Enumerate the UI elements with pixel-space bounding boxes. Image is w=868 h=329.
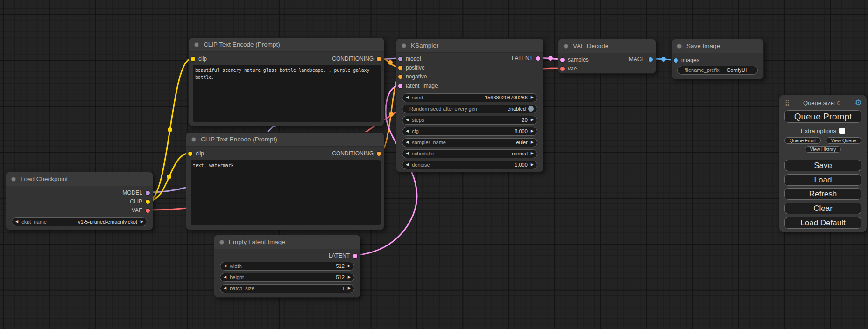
widget-batch-size[interactable]: ◀batch_size1▶ <box>220 284 354 293</box>
collapse-dot-icon[interactable] <box>564 44 568 49</box>
drag-handle-icon[interactable]: ⣿ <box>785 99 789 106</box>
extra-options-checkbox[interactable] <box>839 128 845 134</box>
collapse-dot-icon[interactable] <box>219 240 224 245</box>
widget-value: enabled <box>508 106 526 112</box>
node-titlebar-clip-text-encode-negative[interactable]: CLIP Text Encode (Prompt) <box>186 133 384 147</box>
widget-value: 8.000 <box>515 128 528 134</box>
output-slot-VAE[interactable]: VAE <box>132 207 150 214</box>
node-title: KSampler <box>411 42 438 49</box>
widget-width[interactable]: ◀width512▶ <box>220 262 354 271</box>
widget-random-seed-after-every-gen[interactable]: Random seed after every genenabled <box>402 105 537 113</box>
collapse-dot-icon[interactable] <box>11 177 16 182</box>
input-slot-model[interactable]: model <box>398 55 421 63</box>
increment-arrow-icon[interactable]: ▶ <box>531 96 534 99</box>
wire-conditioning-negative-midpoint-dot <box>389 112 394 117</box>
queue-front-button[interactable]: Queue Front <box>784 137 821 144</box>
input-slot-samples[interactable]: samples <box>560 56 589 63</box>
node-titlebar-empty-latent-image[interactable]: Empty Latent Image <box>214 235 360 249</box>
widget-filename-prefix[interactable]: filename_prefixComfyUI <box>677 66 758 75</box>
input-slot-label: vae <box>568 65 577 72</box>
input-slot-clip[interactable]: clip <box>191 55 207 63</box>
queue-prompt-button[interactable]: Queue Prompt <box>784 110 861 123</box>
save-button[interactable]: Save <box>784 160 861 171</box>
output-slot-CONDITIONING[interactable]: CONDITIONING <box>332 150 381 157</box>
node-vae-decode[interactable]: VAE DecodesamplesvaeIMAGE <box>558 39 656 74</box>
widget-seed[interactable]: ◀seed156680208700286▶ <box>402 93 537 102</box>
node-titlebar-ksampler[interactable]: KSampler <box>396 39 543 53</box>
node-titlebar-vae-decode[interactable]: VAE Decode <box>558 39 656 53</box>
decrement-arrow-icon[interactable]: ◀ <box>406 118 409 122</box>
node-ksampler[interactable]: KSamplermodelpositivenegativelatent_imag… <box>396 38 543 172</box>
node-graph-canvas[interactable]: Load CheckpointMODELCLIPVAE◀ckpt_namev1-… <box>0 0 868 329</box>
node-clip-text-encode-positive[interactable]: CLIP Text Encode (Prompt)clipCONDITIONIN… <box>189 37 384 126</box>
input-slot-positive[interactable]: positive <box>398 64 425 71</box>
widget-cfg[interactable]: ◀cfg8.000▶ <box>402 127 537 136</box>
input-slot-images[interactable]: images <box>674 56 699 64</box>
collapse-dot-icon[interactable] <box>677 44 682 49</box>
decrement-arrow-icon[interactable]: ◀ <box>224 264 226 268</box>
decrement-arrow-icon[interactable]: ◀ <box>224 287 226 290</box>
decrement-arrow-icon[interactable]: ◀ <box>406 152 409 155</box>
load-default-button[interactable]: Load Default <box>784 217 861 229</box>
widget-label: batch_size <box>230 286 254 291</box>
clear-button[interactable]: Clear <box>784 203 861 214</box>
node-save-image[interactable]: Save Imageimagesfilename_prefixComfyUI <box>671 39 764 79</box>
widget-sampler-name[interactable]: ◀sampler_nameeuler▶ <box>402 138 537 147</box>
node-title: Empty Latent Image <box>229 238 285 245</box>
node-empty-latent-image[interactable]: Empty Latent ImageLATENT◀width512▶◀heigh… <box>214 235 360 298</box>
widget-denoise[interactable]: ◀denoise1.000▶ <box>402 161 537 169</box>
view-queue-button[interactable]: View Queue <box>826 137 861 144</box>
load-button[interactable]: Load <box>784 174 861 186</box>
decrement-arrow-icon[interactable]: ◀ <box>406 129 409 133</box>
node-titlebar-load-checkpoint[interactable]: Load Checkpoint <box>6 172 153 186</box>
refresh-button[interactable]: Refresh <box>784 188 861 200</box>
increment-arrow-icon[interactable]: ▶ <box>141 220 143 224</box>
output-slot-LATENT[interactable]: LATENT <box>329 252 357 259</box>
view-history-button[interactable]: View History <box>805 146 841 153</box>
input-slot-vae[interactable]: vae <box>560 65 577 72</box>
collapse-dot-icon[interactable] <box>191 137 196 142</box>
decrement-arrow-icon[interactable]: ◀ <box>406 163 409 167</box>
collapse-dot-icon[interactable] <box>194 42 199 47</box>
input-slot-clip[interactable]: clip <box>188 150 204 157</box>
settings-gear-icon[interactable]: ⚙ <box>855 99 862 107</box>
increment-arrow-icon[interactable]: ▶ <box>531 118 534 122</box>
input-slot-negative[interactable]: negative <box>398 73 427 80</box>
input-dot-latent_image <box>398 84 402 88</box>
input-dot-clip <box>191 57 195 61</box>
increment-arrow-icon[interactable]: ▶ <box>531 129 534 133</box>
widget-label: width <box>230 263 242 269</box>
decrement-arrow-icon[interactable]: ◀ <box>406 96 409 99</box>
decrement-arrow-icon[interactable]: ◀ <box>224 275 226 279</box>
widget-scheduler[interactable]: ◀schedulernormal▶ <box>402 149 537 158</box>
output-slot-CONDITIONING[interactable]: CONDITIONING <box>332 55 381 63</box>
toggle-knob[interactable] <box>528 106 534 112</box>
widget-label: ckpt_name <box>21 219 47 224</box>
increment-arrow-icon[interactable]: ▶ <box>531 163 534 167</box>
prompt-textarea[interactable]: beautiful scenery nature glass bottle la… <box>193 65 381 122</box>
prompt-textarea[interactable]: text, watermark <box>191 160 381 225</box>
increment-arrow-icon[interactable]: ▶ <box>348 264 351 268</box>
decrement-arrow-icon[interactable]: ◀ <box>15 220 18 224</box>
output-slot-LATENT[interactable]: LATENT <box>512 55 540 62</box>
output-slot-MODEL[interactable]: MODEL <box>122 189 150 196</box>
node-load-checkpoint[interactable]: Load CheckpointMODELCLIPVAE◀ckpt_namev1-… <box>6 172 153 230</box>
increment-arrow-icon[interactable]: ▶ <box>348 275 351 279</box>
increment-arrow-icon[interactable]: ▶ <box>348 287 351 290</box>
widget-ckpt-name[interactable]: ◀ckpt_namev1-5-pruned-emaonly.ckpt▶ <box>12 217 147 226</box>
node-titlebar-save-image[interactable]: Save Image <box>672 39 763 53</box>
output-slot-label: CONDITIONING <box>332 150 374 157</box>
node-clip-text-encode-negative[interactable]: CLIP Text Encode (Prompt)clipCONDITIONIN… <box>186 132 384 230</box>
widget-height[interactable]: ◀height512▶ <box>220 273 354 282</box>
collapse-dot-icon[interactable] <box>402 43 406 48</box>
widget-value: 20 <box>522 117 528 123</box>
output-slot-CLIP[interactable]: CLIP <box>130 198 150 205</box>
increment-arrow-icon[interactable]: ▶ <box>531 152 534 155</box>
widget-steps[interactable]: ◀steps20▶ <box>402 116 537 125</box>
output-slot-IMAGE[interactable]: IMAGE <box>627 56 653 63</box>
node-titlebar-clip-text-encode-positive[interactable]: CLIP Text Encode (Prompt) <box>189 38 384 52</box>
increment-arrow-icon[interactable]: ▶ <box>531 140 534 144</box>
decrement-arrow-icon[interactable]: ◀ <box>406 140 409 144</box>
input-slot-latent_image[interactable]: latent_image <box>398 82 438 90</box>
widget-label: scheduler <box>412 151 434 156</box>
